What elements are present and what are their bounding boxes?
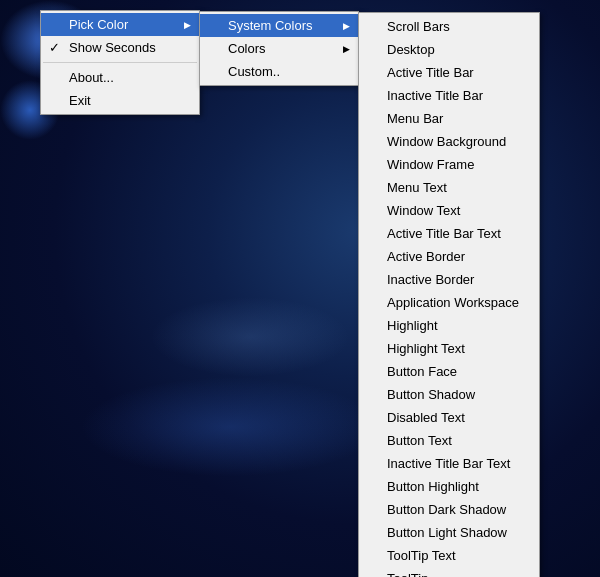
- menu-item-highlight-text[interactable]: Highlight Text: [359, 337, 539, 360]
- menu-item-pick-color[interactable]: Pick Color: [41, 13, 199, 36]
- menu-item-active-title-bar[interactable]: Active Title Bar: [359, 61, 539, 84]
- menu-item-system-colors-label: System Colors: [228, 18, 313, 33]
- menu-item-custom-label: Custom..: [228, 64, 280, 79]
- menus-container: Pick Color Show Seconds About... Exit Sy…: [40, 10, 200, 115]
- menu-item-show-seconds-label: Show Seconds: [69, 40, 156, 55]
- menu-item-exit-label: Exit: [69, 93, 91, 108]
- menu-item-scroll-bars[interactable]: Scroll Bars: [359, 15, 539, 38]
- menu-item-system-colors[interactable]: System Colors: [200, 14, 358, 37]
- menu-item-window-text[interactable]: Window Text: [359, 199, 539, 222]
- menu-item-disabled-text[interactable]: Disabled Text: [359, 406, 539, 429]
- menu-item-inactive-title-bar[interactable]: Inactive Title Bar: [359, 84, 539, 107]
- menu-item-about[interactable]: About...: [41, 66, 199, 89]
- context-menu: Pick Color Show Seconds About... Exit Sy…: [40, 10, 200, 115]
- menu-item-colors-label: Colors: [228, 41, 266, 56]
- menu-item-about-label: About...: [69, 70, 114, 85]
- menu-item-pick-color-label: Pick Color: [69, 17, 128, 32]
- menu-item-application-workspace[interactable]: Application Workspace: [359, 291, 539, 314]
- menu-item-exit[interactable]: Exit: [41, 89, 199, 112]
- menu-item-button-dark-shadow[interactable]: Button Dark Shadow: [359, 498, 539, 521]
- menu-item-menu-text[interactable]: Menu Text: [359, 176, 539, 199]
- pick-color-submenu: System Colors Colors Custom.. Scroll Bar…: [199, 11, 359, 86]
- bg-decoration-3: [80, 377, 380, 477]
- menu-item-active-title-bar-text[interactable]: Active Title Bar Text: [359, 222, 539, 245]
- menu-item-colors[interactable]: Colors: [200, 37, 358, 60]
- system-colors-submenu: Scroll Bars Desktop Active Title Bar Ina…: [358, 12, 540, 577]
- menu-item-window-frame[interactable]: Window Frame: [359, 153, 539, 176]
- menu-item-button-highlight[interactable]: Button Highlight: [359, 475, 539, 498]
- menu-item-show-seconds[interactable]: Show Seconds: [41, 36, 199, 59]
- menu-item-tooltip[interactable]: ToolTip: [359, 567, 539, 577]
- menu-item-button-face[interactable]: Button Face: [359, 360, 539, 383]
- bg-decoration-4: [150, 297, 350, 377]
- menu-separator-1: [43, 62, 197, 63]
- menu-item-button-shadow[interactable]: Button Shadow: [359, 383, 539, 406]
- menu-item-inactive-border[interactable]: Inactive Border: [359, 268, 539, 291]
- menu-item-window-background[interactable]: Window Background: [359, 130, 539, 153]
- menu-item-highlight[interactable]: Highlight: [359, 314, 539, 337]
- menu-item-button-light-shadow[interactable]: Button Light Shadow: [359, 521, 539, 544]
- menu-item-active-border[interactable]: Active Border: [359, 245, 539, 268]
- menu-item-button-text[interactable]: Button Text: [359, 429, 539, 452]
- menu-item-inactive-title-bar-text[interactable]: Inactive Title Bar Text: [359, 452, 539, 475]
- menu-item-menu-bar[interactable]: Menu Bar: [359, 107, 539, 130]
- menu-item-desktop[interactable]: Desktop: [359, 38, 539, 61]
- menu-item-custom[interactable]: Custom..: [200, 60, 358, 83]
- menu-item-tooltip-text[interactable]: ToolTip Text: [359, 544, 539, 567]
